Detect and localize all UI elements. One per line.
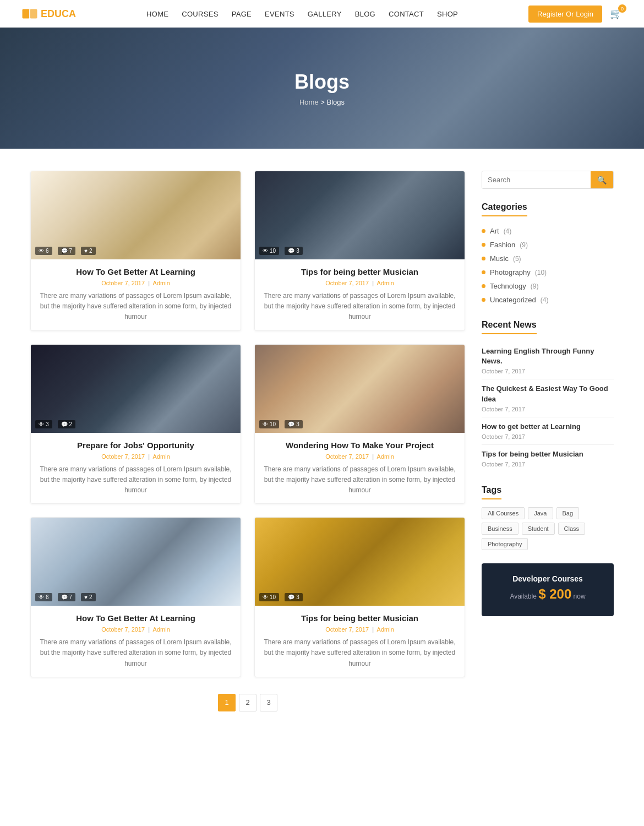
card-date-3: October 7, 2017 | Admin — [40, 453, 232, 460]
card-badge-views-3: 👁 3 — [35, 420, 52, 428]
blog-card-4[interactable]: 👁 10 💬 3 Wondering How To Make Your Proj… — [254, 344, 465, 504]
tag-java[interactable]: Java — [528, 507, 553, 519]
nav-gallery[interactable]: GALLERY — [308, 9, 342, 18]
nav-page[interactable]: PAGE — [232, 9, 252, 18]
nav-blog[interactable]: BLOG — [355, 9, 375, 18]
card-excerpt-5: There are many variations of passages of… — [40, 637, 232, 669]
cat-count: (10) — [535, 269, 547, 276]
category-item-photography[interactable]: Photography (10) — [482, 265, 614, 279]
card-image-1: 👁 6 💬 7 ♥ 2 — [31, 171, 241, 259]
card-image-2: 👁 10 💬 3 — [255, 171, 465, 259]
category-item-music[interactable]: Music (5) — [482, 252, 614, 265]
category-item-art[interactable]: Art (4) — [482, 224, 614, 238]
cat-label: Photography — [490, 268, 531, 276]
pagination: 1 2 3 — [30, 694, 465, 711]
card-badge-comments-6: 💬 3 — [285, 593, 303, 601]
cat-count: (9) — [520, 241, 528, 249]
category-item-technology[interactable]: Technology (9) — [482, 279, 614, 293]
card-title-5[interactable]: How To Get Better At Learning — [40, 613, 232, 623]
breadcrumb-home[interactable]: Home — [299, 98, 319, 106]
card-image-5: 👁 6 💬 7 ♥ 2 — [31, 518, 241, 606]
card-badge-views-5: 👁 6 — [35, 593, 52, 601]
card-excerpt-6: There are many variations of passages of… — [264, 637, 456, 669]
cat-dot — [482, 284, 485, 288]
card-badge-comments-1: 💬 7 — [58, 247, 76, 255]
recent-date-1: October 7, 2017 — [482, 368, 614, 374]
categories-heading: Categories — [482, 202, 527, 216]
card-badge-views-1: 👁 6 — [35, 247, 52, 255]
card-badge-comments-2: 💬 3 — [285, 247, 303, 255]
card-body-5: How To Get Better At Learning October 7,… — [31, 606, 241, 677]
blog-row-2: 👁 3 💬 2 Prepare for Jobs' Opportunity Oc… — [30, 344, 465, 504]
tag-class[interactable]: Class — [558, 523, 586, 535]
search-input[interactable] — [482, 171, 591, 188]
card-date-1: October 7, 2017 | Admin — [40, 280, 232, 286]
card-meta-bar-4: 👁 10 💬 3 — [259, 420, 303, 428]
nav-events[interactable]: EVENTS — [265, 9, 294, 18]
nav-shop[interactable]: SHOP — [437, 9, 458, 18]
categories-section: Categories Art (4) Fashion (9) Music (5) — [482, 202, 614, 307]
tag-all-courses[interactable]: All Courses — [482, 507, 525, 519]
page-btn-3[interactable]: 3 — [260, 694, 277, 711]
card-title-3[interactable]: Prepare for Jobs' Opportunity — [40, 441, 232, 450]
recent-item-4[interactable]: Tips for being better Musician October 7… — [482, 445, 614, 472]
page-btn-1[interactable]: 1 — [218, 694, 236, 711]
recent-news-section: Recent News Learning English Through Fun… — [482, 320, 614, 472]
promo-subtitle: Available $ 200 now — [493, 586, 603, 602]
recent-date-4: October 7, 2017 — [482, 461, 614, 468]
cat-dot — [482, 229, 485, 233]
search-button[interactable]: 🔍 — [591, 171, 613, 188]
cat-count: (4) — [541, 296, 549, 304]
card-title-1[interactable]: How To Get Better At Learning — [40, 267, 232, 276]
tag-student[interactable]: Student — [522, 523, 555, 535]
main-container: 👁 6 💬 7 ♥ 2 How To Get Better At Learnin… — [19, 171, 625, 728]
blog-card-2[interactable]: 👁 10 💬 3 Tips for being better Musician … — [254, 171, 465, 331]
cart-badge: 0 — [618, 4, 626, 13]
cat-label: Uncategorized — [490, 296, 536, 304]
brand-logo[interactable]: EDUCA — [22, 8, 76, 20]
cat-label: Fashion — [490, 241, 515, 249]
blog-card-1[interactable]: 👁 6 💬 7 ♥ 2 How To Get Better At Learnin… — [30, 171, 241, 331]
card-title-4[interactable]: Wondering How To Make Your Project — [264, 441, 456, 450]
category-item-uncategorized[interactable]: Uncategorized (4) — [482, 293, 614, 307]
card-badge-views-6: 👁 10 — [259, 593, 279, 601]
nav-home[interactable]: HOME — [146, 9, 168, 18]
promo-title: Developer Courses — [493, 574, 603, 583]
recent-item-2[interactable]: The Quickest & Easiest Way To Good Idea … — [482, 379, 614, 417]
cat-dot — [482, 298, 485, 302]
recent-item-1[interactable]: Learning English Through Funny News. Oct… — [482, 342, 614, 379]
cart-icon[interactable]: 🛒 0 — [610, 8, 622, 20]
recent-item-3[interactable]: How to get better at Learning October 7,… — [482, 417, 614, 445]
brand-name: EDUCA — [41, 8, 76, 20]
blog-card-5[interactable]: 👁 6 💬 7 ♥ 2 How To Get Better At Learnin… — [30, 517, 241, 677]
promo-box[interactable]: Developer Courses Available $ 200 now — [482, 563, 614, 616]
card-date-4: October 7, 2017 | Admin — [264, 453, 456, 460]
card-body-6: Tips for being better Musician October 7… — [255, 606, 465, 677]
page-btn-2[interactable]: 2 — [239, 694, 256, 711]
category-item-fashion[interactable]: Fashion (9) — [482, 238, 614, 252]
nav-courses[interactable]: COURSES — [182, 9, 218, 18]
tag-business[interactable]: Business — [482, 523, 519, 535]
cat-label: Technology — [490, 282, 526, 290]
recent-news-list: Learning English Through Funny News. Oct… — [482, 342, 614, 472]
card-badge-comments-5: 💬 7 — [58, 593, 76, 601]
nav-contact[interactable]: CONTACT — [389, 9, 424, 18]
hero-content: Blogs Home > Blogs — [294, 70, 350, 106]
card-title-6[interactable]: Tips for being better Musician — [264, 613, 456, 623]
card-body-1: How To Get Better At Learning October 7,… — [31, 259, 241, 330]
tag-photography[interactable]: Photography — [482, 538, 528, 550]
recent-news-heading: Recent News — [482, 320, 537, 334]
promo-suffix: now — [574, 593, 586, 600]
card-badge-likes-5: ♥ 2 — [81, 593, 96, 601]
card-title-2[interactable]: Tips for being better Musician — [264, 267, 456, 276]
card-image-4: 👁 10 💬 3 — [255, 345, 465, 433]
card-badge-likes-1: ♥ 2 — [81, 247, 96, 255]
blog-card-6[interactable]: 👁 10 💬 3 Tips for being better Musician … — [254, 517, 465, 677]
blog-card-3[interactable]: 👁 3 💬 2 Prepare for Jobs' Opportunity Oc… — [30, 344, 241, 504]
card-badge-comments-4: 💬 3 — [285, 420, 303, 428]
sidebar: 🔍 Categories Art (4) Fashion (9) Music — [482, 171, 614, 728]
breadcrumb-separator: > — [320, 98, 325, 106]
tag-bag[interactable]: Bag — [556, 507, 580, 519]
card-body-4: Wondering How To Make Your Project Octob… — [255, 433, 465, 504]
register-button[interactable]: Register Or Login — [528, 6, 602, 23]
